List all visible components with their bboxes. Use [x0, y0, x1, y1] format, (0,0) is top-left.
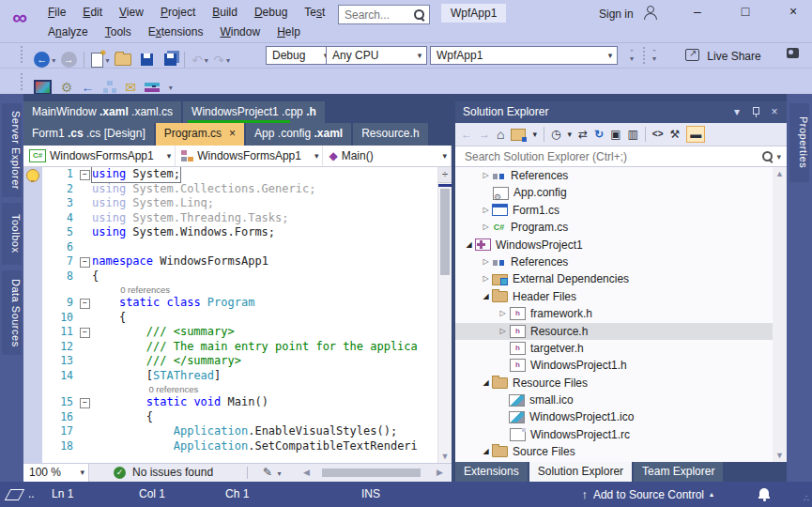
- fold-toggle-icon[interactable]: −: [80, 328, 90, 338]
- menu-extensions[interactable]: Extensions: [140, 23, 212, 41]
- breadcrumb-windowsformsapp1[interactable]: C#WindowsFormsApp1▾: [23, 146, 176, 166]
- solution-platform-combo[interactable]: ▾ Any CPU: [326, 46, 427, 65]
- fold-toggle-icon[interactable]: −: [80, 299, 90, 309]
- feedback-button[interactable]: [787, 48, 799, 61]
- lightbulb-icon[interactable]: [26, 169, 39, 182]
- switch-views-icon[interactable]: [511, 129, 526, 141]
- breadcrumb-windowsformsapp1[interactable]: WindowsFormsApp1▾: [176, 146, 323, 166]
- expanded-arrow-icon[interactable]: ◢: [480, 288, 492, 305]
- chevron-down-icon[interactable]: ▾: [301, 151, 319, 161]
- pane-close-icon[interactable]: ×: [766, 101, 783, 123]
- tree-item-program-cs[interactable]: ▷C#Program.cs: [455, 219, 787, 236]
- chevron-down-icon[interactable]: ▾: [776, 152, 781, 161]
- tree-item-external-dependencies[interactable]: ▷External Dependencies: [455, 270, 787, 287]
- live-share-button[interactable]: Live Share: [685, 47, 761, 66]
- breadcrumb-main[interactable]: ◆Main()▾: [323, 146, 452, 166]
- sign-in-link[interactable]: Sign in: [599, 5, 634, 23]
- tree-item-windowsproject1-h[interactable]: hWindowsProject1.h: [455, 357, 787, 374]
- chevron-down-icon[interactable]: ▾: [429, 151, 447, 161]
- solution-configuration-combo[interactable]: ▾ Debug: [266, 46, 333, 65]
- navigate-back-dropdown-icon[interactable]: ▾: [50, 56, 57, 65]
- code-line[interactable]: 12 /// The main entry point for the appl…: [42, 340, 437, 355]
- status-ch-1[interactable]: Ch 1: [225, 482, 249, 507]
- pane-options-icon[interactable]: ▾: [728, 101, 745, 123]
- code-cleanup-button[interactable]: ✎ ▾: [263, 464, 283, 483]
- fold-toggle-icon[interactable]: −: [80, 398, 90, 408]
- save-all-button[interactable]: [164, 54, 176, 66]
- menu-build[interactable]: Build: [204, 3, 246, 22]
- scroll-down-icon[interactable]: ▼: [438, 452, 452, 461]
- code-line[interactable]: 3using System.Linq;: [42, 196, 437, 211]
- tool-tab-properties[interactable]: Properties: [789, 103, 809, 182]
- scroll-left-icon[interactable]: ◀: [303, 464, 310, 482]
- status-col-1[interactable]: Col 1: [139, 482, 165, 507]
- startup-project-combo[interactable]: ▾ WpfApp1: [430, 46, 618, 65]
- status-ins[interactable]: INS: [361, 482, 380, 507]
- menu-view[interactable]: View: [111, 3, 152, 22]
- code-line[interactable]: 15− static void Main(): [42, 395, 437, 410]
- splitter-handle-icon[interactable]: ÷: [438, 167, 452, 183]
- navigate-back-button[interactable]: ←: [34, 52, 50, 68]
- solution-search-input[interactable]: [463, 149, 762, 164]
- tree-item-source-files[interactable]: ◢Source Files: [455, 443, 787, 460]
- pending-changes-filter-icon[interactable]: ◷: [551, 127, 560, 142]
- tree-item-windowsproject1-rc[interactable]: WindowsProject1.rc: [455, 426, 787, 443]
- health-status-text[interactable]: No issues found: [132, 464, 213, 482]
- pane-title-bar[interactable]: Solution Explorer ▾ ×: [455, 101, 787, 123]
- code-line[interactable]: 10 {: [42, 311, 437, 326]
- toolbar-overflow-button[interactable]: ''▾: [648, 49, 661, 62]
- tree-item-resource-files[interactable]: ◢Resource Files: [455, 375, 787, 392]
- menu-window[interactable]: Window: [211, 23, 268, 41]
- horizontal-scrollbar-thumb[interactable]: [322, 469, 421, 477]
- show-all-files-icon[interactable]: ▥: [627, 127, 637, 142]
- scroll-up-icon[interactable]: ▲: [773, 169, 787, 178]
- codelens-row[interactable]: 0 references: [42, 284, 437, 296]
- doc-tab-program-cs[interactable]: Program.cs×: [156, 123, 244, 146]
- quick-search-box[interactable]: [338, 5, 430, 24]
- collapsed-arrow-icon[interactable]: ▷: [480, 254, 492, 270]
- menu-edit[interactable]: Edit: [74, 3, 111, 22]
- code-line[interactable]: 9− static class Program: [42, 296, 437, 311]
- tree-item-references[interactable]: ▷References: [455, 254, 787, 270]
- collapsed-arrow-icon[interactable]: ▷: [480, 167, 492, 184]
- menu-project[interactable]: Project: [152, 3, 204, 22]
- chevron-down-icon[interactable]: ▾: [567, 127, 572, 142]
- code-line[interactable]: 16 {: [42, 410, 437, 425]
- tree-item-resource-h[interactable]: ▷hResource.h: [455, 323, 787, 340]
- code-editor[interactable]: 1−using System;2using System.Collections…: [23, 167, 452, 463]
- menu-help[interactable]: Help: [268, 23, 309, 41]
- toolbar-grip[interactable]: [21, 46, 27, 63]
- code-line[interactable]: 8{: [42, 269, 437, 284]
- code-line[interactable]: 1−using System;: [42, 167, 437, 182]
- maximize-button[interactable]: □: [729, 0, 761, 23]
- tool-tab-server-explorer[interactable]: Server Explorer: [2, 103, 22, 197]
- vertical-scrollbar-thumb[interactable]: [440, 189, 450, 275]
- search-input[interactable]: [343, 8, 414, 23]
- home-icon[interactable]: ⌂: [497, 127, 504, 142]
- code-line[interactable]: 5using System.Windows.Forms;: [42, 225, 437, 240]
- tree-item-small-ico[interactable]: small.ico: [455, 392, 787, 408]
- collapsed-arrow-icon[interactable]: ▷: [480, 202, 492, 219]
- account-button[interactable]: [643, 6, 656, 20]
- code-line[interactable]: 11− /// <summary>: [42, 325, 437, 340]
- view-code-icon[interactable]: <>: [652, 127, 664, 142]
- code-line[interactable]: 6: [42, 240, 437, 255]
- code-line[interactable]: 14 [STAThread]: [42, 369, 437, 384]
- code-line[interactable]: 2using System.Collections.Generic;: [42, 182, 437, 197]
- solution-explorer-search[interactable]: ▾: [455, 146, 787, 167]
- code-line[interactable]: 17 Application.EnableVisualStyles();: [42, 424, 437, 439]
- refresh-icon[interactable]: ↻: [594, 127, 604, 142]
- tree-item-windowsproject1[interactable]: ◢WindowsProject1: [455, 237, 787, 254]
- display-settings-button[interactable]: [34, 80, 52, 95]
- code-line[interactable]: 7−namespace WindowsFormsApp1: [42, 254, 437, 269]
- tool-tab-data-sources[interactable]: Data Sources: [2, 270, 22, 355]
- doc-tab-app-config-xaml[interactable]: App .config .xaml: [246, 123, 351, 146]
- doc-tab-windowsproject1-cpp-h[interactable]: WindowsProject1 .cpp .h: [183, 101, 325, 123]
- window-tab-solution-explorer[interactable]: Solution Explorer: [529, 462, 632, 482]
- fold-toggle-icon[interactable]: −: [80, 257, 90, 268]
- add-to-source-control-button[interactable]: ↑Add to Source Control▴: [581, 482, 713, 507]
- expanded-arrow-icon[interactable]: ◢: [480, 375, 492, 392]
- tree-item-app-config[interactable]: App.config: [455, 184, 787, 201]
- tree-item-header-files[interactable]: ◢Header Files: [455, 288, 787, 305]
- tree-item-references[interactable]: ▷References: [455, 167, 787, 184]
